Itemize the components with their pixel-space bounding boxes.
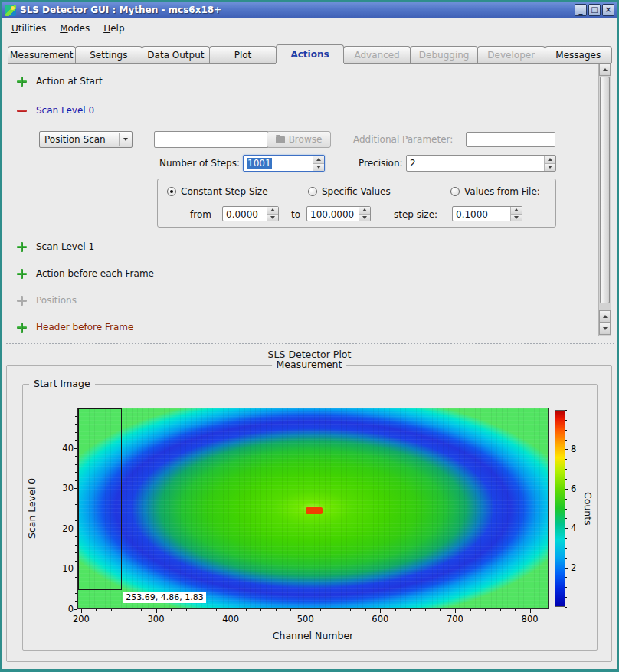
scrollbar-up-button[interactable]	[599, 64, 611, 76]
scrollbar-down-button[interactable]	[599, 323, 611, 335]
close-button[interactable]: ×	[602, 4, 614, 16]
x-tick-mark	[530, 609, 531, 613]
y-minor-tick	[75, 480, 77, 481]
y-minor-tick	[75, 577, 77, 578]
y-tick-label: 30	[54, 483, 74, 493]
spin-down-icon[interactable]	[313, 163, 324, 172]
vertical-scrollbar[interactable]	[598, 64, 611, 336]
titlebar[interactable]: SLS Detector GUI : Mythen - mcs6x18+ _ □…	[2, 2, 617, 18]
additional-parameter-label: Additional Parameter:	[353, 134, 453, 145]
expand-plus-icon[interactable]	[17, 242, 27, 252]
spin-down-icon[interactable]	[545, 163, 555, 172]
radio-icon[interactable]	[450, 187, 460, 196]
spin-down-icon[interactable]	[359, 214, 370, 221]
y-tick-mark	[74, 448, 77, 449]
action-at-start-label: Action at Start	[36, 76, 103, 87]
tab-data-output[interactable]: Data Output	[142, 46, 210, 63]
scan-level-1-row[interactable]: Scan Level 1	[17, 241, 94, 252]
browse-button: Browse	[267, 131, 331, 148]
colorbar-tick-label: 6	[571, 484, 586, 494]
x-minor-tick	[201, 609, 201, 611]
app-icon	[5, 5, 16, 16]
colorbar-minor-tick	[565, 479, 567, 480]
colorbar-minor-tick	[565, 459, 567, 460]
expand-plus-icon[interactable]	[17, 323, 27, 333]
additional-parameter-input[interactable]	[466, 132, 555, 147]
colorbar-tick-mark	[565, 568, 568, 569]
tab-plot[interactable]: Plot	[209, 46, 277, 63]
splitter-handle[interactable]	[5, 341, 614, 346]
spin-up-icon[interactable]	[267, 207, 278, 214]
scrollbar-bottom-up-button[interactable]	[599, 310, 611, 323]
menu-help[interactable]: Help	[97, 20, 131, 37]
scan-level-0-row[interactable]: Scan Level 0	[17, 105, 94, 116]
collapse-minus-icon[interactable]	[17, 106, 27, 116]
x-minor-tick	[111, 609, 112, 611]
x-minor-tick	[515, 609, 516, 611]
spin-down-icon[interactable]	[511, 214, 522, 221]
expand-plus-icon-disabled	[17, 296, 27, 306]
tab-actions[interactable]: Actions	[276, 44, 344, 63]
y-minor-tick	[75, 545, 77, 546]
radio-icon[interactable]	[308, 187, 317, 196]
menu-modes[interactable]: Modes	[53, 20, 97, 37]
expand-plus-icon[interactable]	[17, 77, 27, 87]
x-minor-tick	[216, 609, 217, 611]
specific-values-label: Specific Values	[322, 186, 391, 197]
step-size-value: 0.1000	[453, 207, 510, 221]
spin-down-icon[interactable]	[267, 214, 278, 221]
spin-up-icon[interactable]	[359, 207, 370, 214]
scan-script-input[interactable]	[154, 131, 269, 148]
y-minor-tick	[75, 513, 77, 513]
y-minor-tick	[75, 408, 77, 408]
step-size-spinbox[interactable]: 0.1000	[452, 206, 522, 221]
tab-messages[interactable]: Messages	[545, 46, 613, 63]
colorbar-minor-tick	[565, 587, 567, 588]
chevron-down-icon	[120, 138, 132, 141]
to-spinbox[interactable]: 100.0000	[306, 206, 371, 221]
maximize-button[interactable]: □	[588, 4, 601, 16]
x-tick-mark	[231, 609, 231, 613]
y-tick-label: 20	[54, 523, 74, 534]
scan-mode-combobox[interactable]: Position Scan	[39, 131, 133, 148]
x-tick-mark	[455, 609, 456, 613]
from-spinbox[interactable]: 0.0000	[222, 206, 279, 221]
minimize-button[interactable]: _	[575, 4, 587, 16]
radio-values-from-file[interactable]: Values from File:	[450, 186, 540, 197]
zoom-selection-rect[interactable]	[78, 408, 122, 590]
number-of-steps-value: 1001	[247, 158, 272, 169]
y-minor-tick	[75, 561, 77, 562]
peak-marker	[306, 507, 323, 514]
action-at-start-row[interactable]: Action at Start	[17, 76, 103, 87]
tab-settings[interactable]: Settings	[75, 46, 143, 63]
tab-developer: Developer	[477, 46, 545, 63]
plot-canvas[interactable]: 253.69, 4.86, 1.83	[77, 408, 549, 609]
colorbar-minor-tick	[565, 499, 567, 500]
y-tick-mark	[74, 569, 77, 569]
spin-up-icon[interactable]	[545, 156, 555, 163]
expand-plus-icon[interactable]	[17, 269, 27, 279]
colorbar-minor-tick	[565, 430, 567, 431]
tab-measurement[interactable]: Measurement	[8, 46, 76, 63]
y-minor-tick	[75, 536, 77, 537]
y-minor-tick	[75, 504, 77, 505]
radio-specific-values[interactable]: Specific Values	[308, 186, 391, 197]
colorbar-minor-tick	[565, 509, 567, 510]
action-before-each-frame-row[interactable]: Action before each Frame	[17, 268, 154, 279]
x-minor-tick	[126, 609, 126, 611]
radio-constant-step-size[interactable]: Constant Step Size	[167, 186, 268, 197]
menu-utilities[interactable]: Utilities	[5, 20, 53, 37]
positions-label: Positions	[36, 295, 77, 306]
radio-icon[interactable]	[167, 187, 176, 196]
header-before-frame-row[interactable]: Header before Frame	[17, 322, 133, 333]
cursor-readout: 253.69, 4.86, 1.83	[123, 592, 205, 603]
number-of-steps-spinbox[interactable]: 1001	[243, 155, 325, 172]
spin-up-icon[interactable]	[511, 207, 522, 214]
x-minor-tick	[96, 609, 97, 611]
x-tick-label: 800	[516, 614, 544, 624]
from-value: 0.0000	[223, 207, 267, 221]
scrollbar-thumb[interactable]	[600, 77, 610, 303]
precision-spinbox[interactable]: 2	[406, 155, 556, 172]
x-tick-label: 400	[217, 614, 244, 624]
spin-up-icon[interactable]	[313, 156, 324, 163]
